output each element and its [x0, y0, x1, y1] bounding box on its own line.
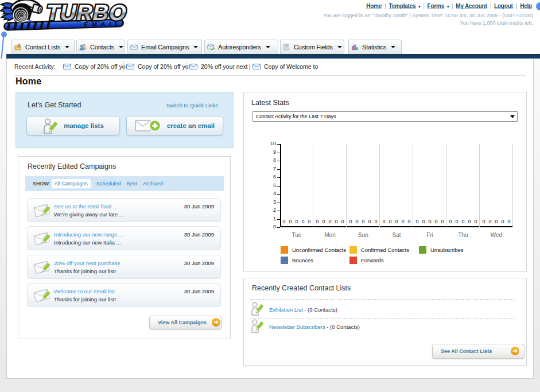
svg-text:TURBO: TURBO [44, 0, 130, 25]
